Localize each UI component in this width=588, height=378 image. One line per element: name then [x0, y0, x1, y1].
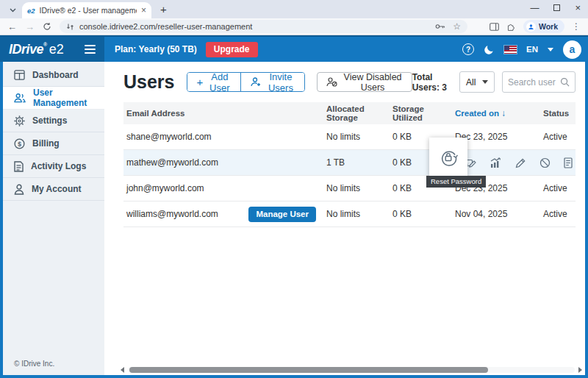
bookmark-star-icon[interactable]: ☆ [453, 21, 461, 32]
add-user-button[interactable]: + Add User [187, 73, 241, 91]
password-key-icon[interactable] [435, 23, 445, 30]
sidebar-item-my-account[interactable]: My Account [3, 178, 104, 201]
site-info-icon[interactable] [66, 23, 74, 31]
dark-mode-moon-icon[interactable] [484, 44, 495, 55]
search-user-box [502, 71, 576, 93]
tab-favicon-e2: e2 [27, 7, 35, 15]
language-caret-icon[interactable] [548, 48, 553, 51]
user-email: williams@myworld.com [126, 209, 218, 219]
idrive-e2-logo: IDrive®e2 [9, 42, 64, 57]
sidebar-item-user-management[interactable]: User Management [3, 87, 104, 110]
sidebar: Dashboard User Management Settings $ Bil… [3, 62, 104, 375]
upgrade-button[interactable]: Upgrade [206, 42, 258, 57]
window-minimize-icon[interactable]: — [530, 3, 539, 13]
window-maximize-icon[interactable] [553, 4, 560, 11]
chevron-down-icon [482, 80, 488, 84]
col-storage-utilized: Storage Utilized [390, 104, 452, 122]
usage-statistics-icon[interactable] [490, 157, 501, 168]
users-page: Users + Add User Invite Users [104, 62, 585, 375]
browser-tabstrip: e2 IDrive® e2 - User management × + — × [0, 0, 588, 18]
activity-log-icon[interactable] [564, 157, 573, 168]
search-input[interactable] [508, 77, 558, 88]
user-email: shane@myworld.com [123, 132, 323, 142]
extensions-puzzle-icon[interactable] [506, 22, 516, 32]
url-text: console.idrivee2.com/reseller-user-manag… [79, 22, 252, 31]
profile-name: Work [539, 22, 558, 31]
reload-icon[interactable] [43, 22, 51, 31]
reset-password-lock-icon [439, 148, 458, 167]
account-avatar[interactable]: a [563, 40, 581, 59]
scrollbar-thumb[interactable] [129, 367, 488, 373]
scroll-right-icon[interactable] [578, 367, 582, 373]
edit-user-icon[interactable] [515, 157, 526, 168]
browser-tab[interactable]: e2 IDrive® e2 - User management × [22, 2, 151, 18]
user-email-cell: williams@myworld.com Manage User [123, 207, 323, 222]
logo-zone: IDrive®e2 [0, 37, 104, 62]
page-title: Users [123, 71, 175, 93]
table-row-hovered[interactable]: mathew@myworld.com 1 TB 0 KB [123, 150, 576, 176]
reset-password-button[interactable] [429, 138, 467, 177]
sidebar-item-dashboard[interactable]: Dashboard [3, 64, 104, 87]
users-table: Email Address Allocated Storage Storage … [123, 102, 576, 227]
activity-log-icon [14, 161, 24, 172]
browser-toolbar: ← → console.idrivee2.com/reseller-user-m… [0, 18, 588, 35]
url-bar[interactable]: console.idrivee2.com/reseller-user-manag… [60, 20, 467, 33]
table-row[interactable]: shane@myworld.com No limits 0 KB Dec 23,… [123, 124, 576, 150]
sort-descending-icon: ↓ [501, 108, 506, 118]
tab-search-button[interactable] [7, 4, 19, 16]
dollar-icon: $ [14, 138, 25, 149]
plus-icon: + [197, 76, 204, 88]
table-row[interactable]: john@myworld.com No limits 0 KB Dec 23, … [123, 176, 576, 202]
person-disabled-icon [326, 77, 337, 87]
user-email: mathew@myworld.com [123, 157, 323, 168]
app-header: IDrive®e2 Plan: Yearly (50 TB) Upgrade ?… [0, 35, 588, 62]
table-row[interactable]: williams@myworld.com Manage User No limi… [123, 202, 576, 227]
person-plus-icon [251, 77, 261, 87]
user-filter-dropdown[interactable]: All [459, 71, 495, 93]
users-icon [14, 93, 26, 103]
status-badge: Active [540, 209, 576, 219]
col-status: Status [540, 109, 576, 118]
browser-menu-icon[interactable]: ⋮ [572, 21, 581, 32]
help-icon[interactable]: ? [462, 43, 474, 55]
user-actions-button-group: + Add User Invite Users [187, 72, 306, 92]
reset-password-tooltip: Reset Password [426, 176, 486, 188]
profile-avatar-icon [526, 22, 536, 32]
gear-icon [14, 115, 25, 126]
table-header-row: Email Address Allocated Storage Storage … [123, 102, 576, 124]
scrollbar-track[interactable] [128, 367, 575, 373]
horizontal-scrollbar[interactable] [121, 366, 582, 374]
col-created-on-sort[interactable]: Created on ↓ [452, 108, 540, 118]
col-email-address: Email Address [123, 109, 323, 118]
status-badge: Active [540, 132, 576, 142]
hamburger-menu-icon[interactable] [85, 45, 96, 54]
tab-close-icon[interactable]: × [141, 6, 146, 15]
window-close-icon[interactable]: × [575, 2, 581, 13]
us-flag-icon [504, 46, 517, 54]
status-badge: Active [540, 183, 576, 193]
total-users-count: Total Users: 3 [412, 72, 451, 93]
search-icon[interactable] [560, 77, 570, 87]
new-tab-button[interactable]: + [160, 4, 167, 15]
view-disabled-users-button[interactable]: View Disabled Users [317, 72, 412, 92]
side-panel-icon[interactable] [490, 23, 499, 31]
forward-icon[interactable]: → [25, 22, 35, 32]
sidebar-item-activity-logs[interactable]: Activity Logs [3, 155, 104, 178]
person-icon [14, 184, 24, 195]
svg-text:$: $ [18, 140, 21, 147]
col-allocated-storage: Allocated Storage [323, 104, 390, 122]
browser-profile-chip[interactable]: Work [523, 20, 564, 33]
copyright-text: © IDrive Inc. [3, 352, 104, 375]
plan-label: Plan: Yearly (50 TB) [115, 44, 197, 54]
idrive-e2-console: IDrive®e2 Plan: Yearly (50 TB) Upgrade ?… [0, 35, 588, 378]
sidebar-item-billing[interactable]: $ Billing [3, 132, 104, 155]
manage-user-button[interactable]: Manage User [248, 207, 316, 222]
back-icon[interactable]: ← [7, 22, 17, 32]
tab-title: IDrive® e2 - User management [40, 6, 137, 15]
disable-user-icon[interactable] [539, 157, 551, 168]
language-label: EN [526, 45, 538, 54]
invite-users-button[interactable]: Invite Users [240, 73, 304, 91]
sidebar-item-settings[interactable]: Settings [3, 110, 104, 132]
dashboard-icon [14, 70, 25, 80]
scroll-left-icon[interactable] [121, 367, 124, 373]
